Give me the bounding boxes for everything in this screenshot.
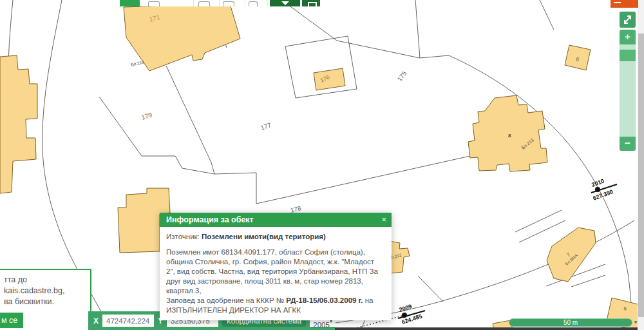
expand-arrow-icon xyxy=(620,12,636,28)
x-coordinate-input[interactable] xyxy=(102,315,154,327)
layers-dropdown-button[interactable] xyxy=(270,0,300,6)
map-scale-bar: 50 m xyxy=(509,318,632,327)
info-popup: Информация за обект × Източник: Поземлен… xyxy=(160,213,392,320)
scrollbar-thumb[interactable] xyxy=(638,34,644,317)
page-icon xyxy=(308,2,317,7)
active-tool-button[interactable] xyxy=(120,0,140,6)
order-prefix: Заповед за одобрение на КККР № xyxy=(166,296,286,304)
parcel-label-179: 179 xyxy=(140,111,153,121)
fullscreen-button[interactable] xyxy=(620,12,636,28)
zoom-in-button[interactable]: + xyxy=(620,30,636,44)
menu-button[interactable] xyxy=(611,0,638,8)
zoom-slider-handle[interactable] xyxy=(620,50,636,61)
info-popup-header[interactable]: Информация за обект × xyxy=(160,213,392,227)
parcel-label-175: 175 xyxy=(396,70,408,82)
minus-icon: − xyxy=(625,137,630,148)
plus-icon: + xyxy=(625,31,630,42)
cookie-notice: тта до kais.cadastre.bg, ва бисквитки. м… xyxy=(0,269,91,330)
building-left-edge[interactable] xyxy=(0,55,37,193)
building-bl381a[interactable] xyxy=(547,228,596,282)
cookie-text-line2: ва бисквитки. xyxy=(4,296,86,307)
toolbar-icon-1[interactable] xyxy=(148,1,160,6)
chevron-down-icon xyxy=(281,1,289,5)
source-value: Поземлени имоти(вид територия) xyxy=(202,233,326,240)
parcel-description: Поземлен имот 68134.4091.177, област Соф… xyxy=(166,248,384,296)
order-number: РД-18-15/06.03.2009 г. xyxy=(286,296,363,304)
cookie-text-line1: тта до kais.cadastre.bg, xyxy=(4,275,86,296)
info-popup-title: Информация за обект xyxy=(160,213,392,227)
x-label: X xyxy=(93,316,99,325)
print-button[interactable] xyxy=(302,0,320,6)
survey-label-2009: 2009 xyxy=(399,303,413,313)
source-label: Източник: xyxy=(166,233,202,240)
building-label-8: 8 xyxy=(508,133,511,139)
zoom-out-button[interactable]: − xyxy=(620,137,636,151)
close-icon[interactable]: × xyxy=(381,213,386,227)
top-toolbar xyxy=(120,0,320,6)
cadastre-map-viewer: 171 Бл.216 179 177 175 176 178 8 Бл.213 … xyxy=(0,0,644,330)
building-label-bl216: Бл.216 xyxy=(131,59,145,67)
parcel-label-177: 177 xyxy=(260,121,272,131)
scrollbar-down-arrow-icon[interactable]: ▾ xyxy=(632,318,639,326)
toolbar-icon-3[interactable] xyxy=(223,1,234,6)
toolbar-icon-2[interactable] xyxy=(198,1,210,6)
popup-source-line: Източник: Поземлени имоти(вид територия) xyxy=(166,232,384,242)
survey-label-2010: 2010 xyxy=(591,178,605,188)
info-popup-body: Източник: Поземлени имоти(вид територия)… xyxy=(160,227,392,320)
approval-order-line: Заповед за одобрение на КККР № РД-18-15/… xyxy=(166,296,384,315)
toolbar-icon-4[interactable] xyxy=(249,1,258,6)
cookie-accept-button[interactable]: м се xyxy=(0,313,23,328)
hamburger-icon xyxy=(614,2,621,3)
